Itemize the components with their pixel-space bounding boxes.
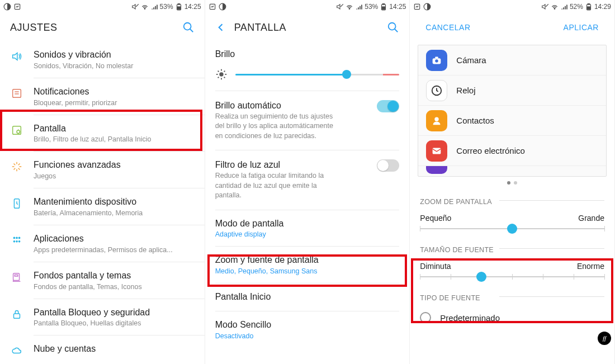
svg-rect-56 xyxy=(433,148,441,154)
svg-point-18 xyxy=(16,237,18,239)
radio-icon[interactable] xyxy=(420,312,431,323)
apply-button[interactable]: APLICAR xyxy=(564,23,599,32)
time: 14:25 xyxy=(389,3,406,11)
item-sub: Apps predeterminadas, Permisos de aplica… xyxy=(34,246,195,254)
row-brillo-auto[interactable]: Brillo automático Realiza un seguimiento… xyxy=(205,91,410,150)
svg-line-46 xyxy=(546,4,548,7)
toggle-brillo-auto[interactable] xyxy=(377,100,399,112)
status-icon xyxy=(413,3,421,11)
svg-rect-6 xyxy=(177,7,180,10)
app-row-contactos: Contactos xyxy=(418,106,606,136)
sidebar-item-nube[interactable]: Nube y cuentas xyxy=(0,335,205,364)
item-title: Funciones avanzadas xyxy=(34,159,195,171)
svg-point-19 xyxy=(18,237,21,239)
sidebar-item-mantenimiento[interactable]: Mantenimiento dispositivo Batería, Almac… xyxy=(0,188,205,225)
zoom-content: Cámara Reloj Contactos Correo electrónic… xyxy=(410,41,614,364)
sidebar-item-pantalla[interactable]: Pantalla Brillo, Filtro de luz azul, Pan… xyxy=(0,115,205,152)
zoom-slider[interactable] xyxy=(420,228,604,229)
svg-point-22 xyxy=(18,240,21,243)
svg-line-42 xyxy=(217,77,219,78)
status-icon xyxy=(423,3,431,11)
advanced-icon xyxy=(11,160,23,173)
sidebar-item-aplicaciones[interactable]: Aplicaciones Apps predeterminadas, Permi… xyxy=(0,225,205,262)
item-sub: Batería, Almacenamiento, Memoria xyxy=(34,209,195,217)
svg-line-28 xyxy=(340,4,343,7)
svg-rect-24 xyxy=(15,275,17,276)
item-sub: Fondos de pantalla, Temas, Iconos xyxy=(34,283,195,291)
svg-point-17 xyxy=(13,237,16,239)
item-title: Sonidos y vibración xyxy=(34,49,195,61)
back-icon[interactable] xyxy=(215,22,226,33)
row-filtro-azul[interactable]: Filtro de luz azul Reduce la fatiga ocul… xyxy=(205,150,410,209)
zoom-slider-row: Pequeño Grande xyxy=(410,210,614,238)
app-label: Reloj xyxy=(456,86,475,95)
search-icon[interactable] xyxy=(182,21,195,34)
contacts-icon xyxy=(426,110,447,131)
slider-thumb[interactable] xyxy=(476,272,486,282)
svg-point-21 xyxy=(16,240,18,243)
sidebar-item-notificaciones[interactable]: Notificaciones Bloquear, permitir, prior… xyxy=(0,78,205,115)
sidebar-item-fondos[interactable]: Fondos pantalla y temas Fondos de pantal… xyxy=(0,262,205,299)
svg-rect-49 xyxy=(588,4,590,4)
screen-pantalla: 53% 14:25 PANTALLA Brillo Brillo automát… xyxy=(205,0,410,364)
item-title: Pantalla Bloqueo y seguridad xyxy=(34,307,195,319)
item-title: Notificaciones xyxy=(34,86,195,98)
time: 14:25 xyxy=(184,3,201,11)
search-icon[interactable] xyxy=(387,21,399,34)
status-icon xyxy=(219,3,226,11)
item-title: Aplicaciones xyxy=(34,233,195,245)
item-sub: Bloquear, permitir, priorizar xyxy=(34,99,195,107)
sidebar-item-funciones[interactable]: Funciones avanzadas Juegos xyxy=(0,152,205,188)
header: AJUSTES xyxy=(0,13,205,41)
item-title: Pantalla Inicio xyxy=(215,291,400,303)
time: 14:29 xyxy=(594,3,611,11)
battery-percent: 53% xyxy=(365,3,378,11)
svg-line-34 xyxy=(395,29,398,32)
sound-icon xyxy=(11,50,23,63)
item-sub: Juegos xyxy=(34,172,195,180)
lock-icon xyxy=(11,308,23,320)
svg-rect-53 xyxy=(436,56,439,58)
action-bar: CANCELAR APLICAR xyxy=(410,13,614,41)
item-title: Filtro de luz azul xyxy=(215,159,373,171)
app-row-camara: Cámara xyxy=(418,45,606,75)
brightness-slider[interactable] xyxy=(235,74,400,75)
battery-icon xyxy=(175,3,183,11)
svg-rect-9 xyxy=(13,89,21,97)
slider-thumb[interactable] xyxy=(342,70,351,79)
svg-point-20 xyxy=(13,240,16,243)
brillo-label: Brillo xyxy=(205,41,410,63)
slider-thumb[interactable] xyxy=(507,224,517,234)
mute-icon xyxy=(336,3,344,11)
brightness-row xyxy=(205,63,410,91)
item-title: Nube y cuentas xyxy=(34,343,195,355)
item-title: Zoom y fuente de pantalla xyxy=(215,254,400,266)
item-sub: Brillo, Filtro de luz azul, Pantalla Ini… xyxy=(34,135,195,143)
app-icon-peek xyxy=(426,166,447,174)
row-modo-sencillo[interactable]: Modo Sencillo Desactivado xyxy=(205,311,410,348)
cancel-button[interactable]: CANCELAR xyxy=(425,23,470,32)
brightness-icon xyxy=(215,68,228,81)
sidebar-item-seguridad[interactable]: Pantalla Bloqueo y seguridad Pantalla Bl… xyxy=(0,299,205,335)
item-title: Brillo automático xyxy=(215,100,373,112)
svg-rect-31 xyxy=(383,4,385,4)
dot xyxy=(507,181,510,185)
row-pantalla-inicio[interactable]: Pantalla Inicio xyxy=(205,283,410,311)
battery-percent: 52% xyxy=(570,3,583,11)
mute-icon xyxy=(541,3,549,11)
radio-predeterminado[interactable]: Predeterminado xyxy=(410,306,614,329)
font-slider[interactable] xyxy=(420,276,604,277)
battery-icon xyxy=(380,3,387,11)
ff-badge: ff xyxy=(598,332,611,345)
row-zoom-fuente[interactable]: Zoom y fuente de pantalla Medio, Pequeño… xyxy=(205,247,410,283)
dot xyxy=(514,181,517,185)
item-sub: Medio, Pequeño, Samsung Sans xyxy=(215,267,400,275)
camera-icon xyxy=(426,50,447,71)
sidebar-item-sonidos[interactable]: Sonidos y vibración Sonidos, Vibración, … xyxy=(0,41,205,78)
svg-point-3 xyxy=(144,8,145,10)
page-indicator xyxy=(410,181,614,185)
mute-icon xyxy=(131,3,139,11)
zoom-max-label: Grande xyxy=(578,214,604,223)
toggle-filtro-azul[interactable] xyxy=(377,159,399,172)
row-modo-pantalla[interactable]: Modo de pantalla Adaptive display xyxy=(205,210,410,247)
